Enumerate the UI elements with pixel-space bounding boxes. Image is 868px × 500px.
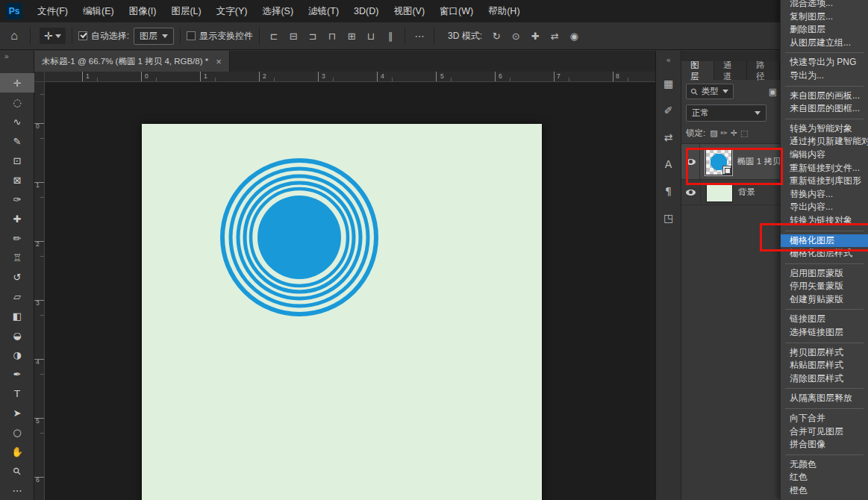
menu-item[interactable]: 窗口(W): [432, 0, 481, 22]
tab-channels[interactable]: 通道: [714, 61, 747, 80]
lock-artboard-icon[interactable]: ⬚: [740, 128, 748, 138]
context-menu-item[interactable]: 从图层建立组...: [781, 37, 868, 50]
menu-item-rasterize-layer[interactable]: 栅格化图层: [781, 234, 868, 248]
orbit-3d-icon[interactable]: ↻: [488, 28, 505, 44]
context-menu-item[interactable]: 转换为智能对象: [781, 122, 868, 136]
lock-position-icon[interactable]: ✛: [731, 128, 737, 138]
tab-paths[interactable]: 路径: [747, 61, 780, 80]
menu-item[interactable]: 文字(Y): [209, 0, 255, 22]
move-tool[interactable]: ✛: [0, 73, 34, 93]
lock-pixels-icon[interactable]: ✏: [721, 128, 728, 138]
collapse-panels-icon[interactable]: «: [658, 54, 679, 66]
eraser-tool[interactable]: ▱: [0, 287, 34, 306]
frame-tool[interactable]: ⊠: [0, 170, 34, 190]
crop-tool[interactable]: ⊡: [0, 151, 34, 170]
document-canvas[interactable]: [142, 124, 542, 500]
context-menu-item[interactable]: 重新链接到文件...: [781, 162, 868, 175]
context-menu-item[interactable]: 导出内容...: [781, 201, 868, 214]
menu-item[interactable]: 图像(I): [122, 0, 164, 22]
context-menu-item[interactable]: 编辑内容: [781, 149, 868, 162]
clone-stamp-tool[interactable]: ♖: [0, 248, 34, 267]
shape-tool[interactable]: ○: [0, 422, 34, 442]
context-menu-item[interactable]: 混合选项...: [781, 0, 868, 10]
menu-item[interactable]: 图层(L): [163, 0, 208, 22]
toolbar-more[interactable]: ⋯: [0, 481, 34, 500]
menu-item[interactable]: 滤镜(T): [301, 0, 346, 22]
context-menu-item[interactable]: 快速导出为 PNG: [781, 56, 868, 69]
camera-3d-icon[interactable]: ◉: [566, 28, 582, 44]
context-menu-item[interactable]: 导出为...: [781, 69, 868, 83]
context-menu-item[interactable]: 重新链接到库图形: [781, 175, 868, 188]
layer-thumbnail[interactable]: [706, 183, 733, 202]
blend-mode-dropdown[interactable]: 正常: [686, 104, 766, 122]
canvas-viewport[interactable]: [45, 82, 655, 500]
layer-filter-dropdown[interactable]: ⚲ 类型: [686, 84, 734, 99]
align-vertical-centers-icon[interactable]: ⊞: [343, 28, 360, 44]
paragraph-panel-icon[interactable]: ¶: [658, 181, 679, 201]
context-menu-item[interactable]: 粘贴图层样式: [781, 359, 868, 372]
layer-visibility-toggle[interactable]: [681, 144, 700, 179]
auto-select-target-dropdown[interactable]: 图层: [134, 28, 174, 45]
context-menu-item[interactable]: 红色: [781, 471, 868, 484]
more-options-icon[interactable]: ⋯: [411, 28, 428, 44]
layer-visibility-toggle[interactable]: [681, 180, 701, 204]
clone-source-panel-icon[interactable]: ⇄: [658, 127, 679, 148]
menu-item[interactable]: 编辑(E): [75, 0, 122, 22]
eyedropper-tool[interactable]: ✑: [0, 190, 34, 209]
lock-transparency-icon[interactable]: ▨: [710, 128, 717, 138]
type-tool[interactable]: T: [0, 384, 34, 403]
slide-3d-icon[interactable]: ⇄: [546, 28, 563, 44]
context-menu-item[interactable]: 选择链接图层: [781, 326, 868, 340]
close-icon[interactable]: ×: [216, 56, 222, 67]
path-selection-tool[interactable]: ➤: [0, 403, 34, 422]
align-right-edges-icon[interactable]: ⊐: [305, 28, 321, 44]
auto-select-checkbox[interactable]: 自动选择:: [78, 30, 129, 43]
pen-tool[interactable]: ✒: [0, 364, 34, 384]
brush-tool[interactable]: ✏: [0, 228, 34, 248]
home-icon[interactable]: ⌂: [4, 29, 24, 43]
context-menu-item[interactable]: 从隔离图层释放: [781, 392, 868, 405]
layer-name[interactable]: 椭圆 1 拷贝: [737, 156, 780, 167]
context-menu-item[interactable]: 合并可见图层: [781, 425, 868, 439]
align-top-edges-icon[interactable]: ⊓: [324, 28, 340, 44]
hand-tool[interactable]: ✋: [0, 442, 34, 461]
tab-layers[interactable]: 图层: [681, 61, 714, 80]
context-menu-item[interactable]: 链接图层: [781, 313, 868, 326]
context-menu-item[interactable]: 删除图层: [781, 23, 868, 37]
context-menu-item[interactable]: 向下合并: [781, 412, 868, 425]
context-menu-item[interactable]: 栅格化图层样式: [781, 247, 868, 260]
dodge-tool[interactable]: ◑: [0, 345, 34, 364]
context-menu-item[interactable]: 来自图层的图框...: [781, 102, 868, 116]
layer-name[interactable]: 背景: [738, 187, 755, 198]
gradient-tool[interactable]: ◧: [0, 306, 34, 325]
context-menu-item[interactable]: 橙色: [781, 484, 868, 498]
context-menu-item[interactable]: 拷贝图层样式: [781, 346, 868, 360]
context-menu-item[interactable]: 转换为链接对象: [781, 214, 868, 228]
context-menu-item[interactable]: 拼合图像: [781, 438, 868, 451]
context-menu-item[interactable]: 停用矢量蒙版: [781, 280, 868, 293]
layer-thumbnail[interactable]: [705, 149, 731, 175]
layer-row-background[interactable]: 背景: [681, 180, 780, 205]
toolbar-collapse-icon[interactable]: »: [0, 51, 34, 63]
context-menu-item[interactable]: 替换内容...: [781, 188, 868, 201]
character-panel-icon[interactable]: A: [658, 154, 679, 175]
brush-settings-panel-icon[interactable]: ✐: [658, 100, 679, 121]
quick-selection-tool[interactable]: ✎: [0, 131, 34, 151]
context-menu-item[interactable]: 清除图层样式: [781, 372, 868, 386]
zoom-tool[interactable]: ⚲: [0, 461, 34, 481]
drag-3d-icon[interactable]: ✚: [527, 28, 543, 44]
show-transform-checkbox[interactable]: 显示变换控件: [187, 30, 253, 43]
distribute-icon[interactable]: ∥: [382, 28, 399, 44]
filter-kind-icon[interactable]: ▣: [769, 87, 777, 97]
document-tab[interactable]: 未标题-1 @ 66.7% (椭圆 1 拷贝 4, RGB/8) * ×: [34, 51, 230, 72]
roll-3d-icon[interactable]: ⊙: [508, 28, 524, 44]
blur-tool[interactable]: ◒: [0, 325, 34, 345]
context-menu-item[interactable]: 复制图层...: [781, 10, 868, 24]
marquee-tool[interactable]: ◌: [0, 93, 34, 112]
3d-panel-icon[interactable]: ◳: [658, 207, 679, 228]
healing-brush-tool[interactable]: ✚: [0, 209, 34, 228]
context-menu-item[interactable]: 无颜色: [781, 458, 868, 472]
menu-item[interactable]: 文件(F): [30, 0, 75, 22]
context-menu-item[interactable]: 通过拷贝新建智能对象: [781, 135, 868, 149]
align-horizontal-centers-icon[interactable]: ⊟: [285, 28, 302, 44]
